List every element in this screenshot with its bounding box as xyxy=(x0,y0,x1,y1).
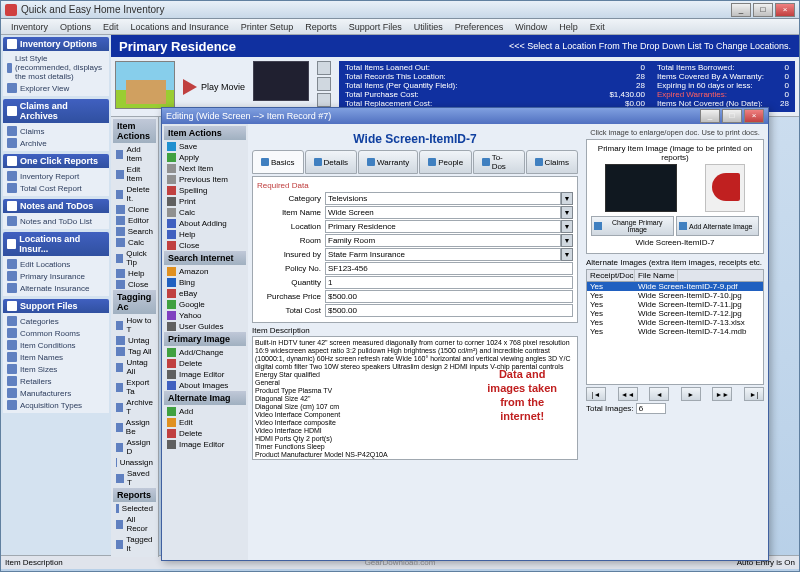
sidebar-item[interactable]: Categories xyxy=(5,315,107,327)
col-filename[interactable]: File Name xyxy=(635,270,678,281)
child-action-item[interactable]: Google xyxy=(164,299,246,310)
action-item[interactable]: Editor xyxy=(113,215,156,226)
action-item[interactable]: Edit Item xyxy=(113,164,156,184)
sidebar-item[interactable]: Retailers xyxy=(5,375,107,387)
menu-edit[interactable]: Edit xyxy=(97,22,125,32)
child-action-item[interactable]: Delete xyxy=(164,358,246,369)
dropdown-button[interactable]: ▼ xyxy=(561,206,573,219)
action-item[interactable]: Untag All xyxy=(113,357,156,377)
tab-to-dos[interactable]: To-Dos xyxy=(473,150,524,174)
tab-details[interactable]: Details xyxy=(305,150,357,174)
child-close-button[interactable]: × xyxy=(744,109,764,123)
sidebar-item[interactable]: Item Names xyxy=(5,351,107,363)
child-action-item[interactable]: Previous Item xyxy=(164,174,246,185)
child-action-item[interactable]: Print xyxy=(164,196,246,207)
field-input[interactable]: Family Room xyxy=(325,234,561,247)
add-alternate-image-button[interactable]: Add Alternate Image xyxy=(676,216,759,236)
action-item[interactable]: Selected xyxy=(113,503,156,514)
menu-help[interactable]: Help xyxy=(553,22,584,32)
toolbar-icon[interactable] xyxy=(317,77,331,91)
action-item[interactable]: How to T xyxy=(113,315,156,335)
menu-exit[interactable]: Exit xyxy=(584,22,611,32)
sidebar-item[interactable]: Edit Locations xyxy=(5,258,107,270)
action-item[interactable]: All Recor xyxy=(113,514,156,534)
primary-image[interactable] xyxy=(605,164,677,212)
sidebar-item[interactable]: Inventory Report xyxy=(5,170,107,182)
child-action-item[interactable]: About Adding xyxy=(164,218,246,229)
action-item[interactable]: Item Imag xyxy=(113,554,156,557)
action-item[interactable]: Search xyxy=(113,226,156,237)
nav-next-page-button[interactable]: ►► xyxy=(712,387,732,401)
child-action-item[interactable]: Image Editor xyxy=(164,369,246,380)
tab-people[interactable]: People xyxy=(419,150,472,174)
dropdown-button[interactable]: ▼ xyxy=(561,234,573,247)
child-action-item[interactable]: Spelling xyxy=(164,185,246,196)
sidebar-item[interactable]: Archive xyxy=(5,137,107,149)
action-item[interactable]: Archive T xyxy=(113,397,156,417)
nav-first-button[interactable]: |◄ xyxy=(586,387,606,401)
change-primary-image-button[interactable]: Change Primary Image xyxy=(591,216,674,236)
action-item[interactable]: Tagged It xyxy=(113,534,156,554)
image-list-row[interactable]: YesWide Screen-ItemID-7-12.jpg xyxy=(587,309,763,318)
child-action-item[interactable]: Help xyxy=(164,229,246,240)
menu-locations-and-insurance[interactable]: Locations and Insurance xyxy=(125,22,235,32)
action-item[interactable]: Export Ta xyxy=(113,377,156,397)
panel-header[interactable]: Support Files xyxy=(3,299,109,313)
child-action-header[interactable]: Alternate Imag xyxy=(164,391,246,405)
menu-reports[interactable]: Reports xyxy=(299,22,343,32)
sidebar-item[interactable]: List Style (recommended, displays the mo… xyxy=(5,53,107,82)
menu-utilities[interactable]: Utilities xyxy=(408,22,449,32)
dropdown-button[interactable]: ▼ xyxy=(561,220,573,233)
panel-header[interactable]: Claims and Archives xyxy=(3,99,109,123)
action-item[interactable]: Add Item xyxy=(113,144,156,164)
panel-header[interactable]: One Click Reports xyxy=(3,154,109,168)
field-input[interactable]: Wide Screen xyxy=(325,206,561,219)
col-receipt[interactable]: Receipt/Doc xyxy=(587,270,635,281)
child-action-item[interactable]: Calc xyxy=(164,207,246,218)
dropdown-button[interactable]: ▼ xyxy=(561,248,573,261)
sidebar-item[interactable]: Manufacturers xyxy=(5,387,107,399)
menu-printer-setup[interactable]: Printer Setup xyxy=(235,22,300,32)
child-action-item[interactable]: Close xyxy=(164,240,246,251)
action-item[interactable]: Assign Be xyxy=(113,417,156,437)
child-action-header[interactable]: Primary Image xyxy=(164,332,246,346)
child-action-item[interactable]: Apply xyxy=(164,152,246,163)
sidebar-item[interactable]: Alternate Insurance xyxy=(5,282,107,294)
action-item[interactable]: Clone xyxy=(113,204,156,215)
alternate-images-list[interactable]: Receipt/Doc File Name YesWide Screen-Ite… xyxy=(586,269,764,385)
child-action-item[interactable]: Image Editor xyxy=(164,439,246,450)
menu-preferences[interactable]: Preferences xyxy=(449,22,510,32)
menu-options[interactable]: Options xyxy=(54,22,97,32)
sidebar-item[interactable]: Item Conditions xyxy=(5,339,107,351)
child-action-item[interactable]: Add/Change xyxy=(164,347,246,358)
tab-claims[interactable]: Claims xyxy=(526,150,578,174)
menu-support-files[interactable]: Support Files xyxy=(343,22,408,32)
sidebar-item[interactable]: Acquisition Types xyxy=(5,399,107,411)
action-item[interactable]: Saved T xyxy=(113,468,156,488)
minimize-button[interactable]: _ xyxy=(731,3,751,17)
description-textarea[interactable]: Built-in HDTV tuner 42" screen measured … xyxy=(252,336,578,460)
nav-last-button[interactable]: ►| xyxy=(744,387,764,401)
child-action-item[interactable]: Next Item xyxy=(164,163,246,174)
action-item[interactable]: Untag xyxy=(113,335,156,346)
child-action-item[interactable]: Edit xyxy=(164,417,246,428)
nav-prev-page-button[interactable]: ◄◄ xyxy=(618,387,638,401)
panel-header[interactable]: Notes and ToDos xyxy=(3,199,109,213)
pdf-icon[interactable] xyxy=(705,164,745,212)
toolbar-icon[interactable] xyxy=(317,93,331,107)
child-action-item[interactable]: Delete xyxy=(164,428,246,439)
play-movie-button[interactable]: Play Movie xyxy=(183,61,245,112)
sidebar-item[interactable]: Explorer View xyxy=(5,82,107,94)
action-item[interactable]: Assign D xyxy=(113,437,156,457)
action-item[interactable]: Unassign xyxy=(113,457,156,468)
image-list-row[interactable]: YesWide Screen-ItemID-7-11.jpg xyxy=(587,300,763,309)
maximize-button[interactable]: □ xyxy=(753,3,773,17)
sidebar-item[interactable]: Primary Insurance xyxy=(5,270,107,282)
sidebar-item[interactable]: Item Sizes xyxy=(5,363,107,375)
child-action-item[interactable]: Save xyxy=(164,141,246,152)
dropdown-button[interactable]: ▼ xyxy=(561,192,573,205)
field-input[interactable]: $500.00 xyxy=(325,290,573,303)
action-item[interactable]: Tag All xyxy=(113,346,156,357)
field-input[interactable]: $500.00 xyxy=(325,304,573,317)
field-input[interactable]: Televisions xyxy=(325,192,561,205)
